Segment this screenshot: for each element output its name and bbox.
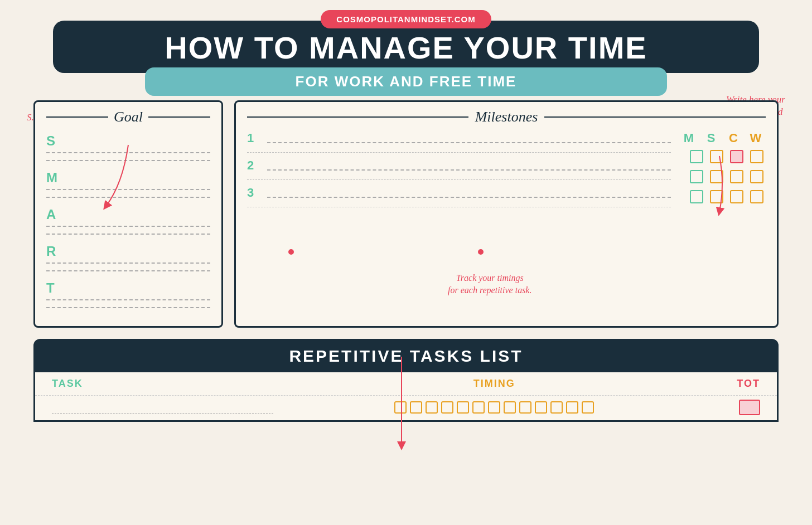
timing-cb-1-6[interactable] [472, 401, 485, 414]
cb-1-c[interactable] [730, 150, 743, 163]
timing-checkboxes-1 [273, 399, 716, 416]
subtitle-text: FOR WORK AND FREE TIME [178, 73, 634, 90]
s-line [46, 152, 210, 153]
cb-3-s[interactable] [710, 190, 723, 203]
classify-checkbox-row-3 [690, 190, 766, 203]
header-section: COSMOPOLITANMINDSET.COM HOW TO MANAGE YO… [22, 0, 790, 96]
t-line [46, 299, 210, 300]
smart-m: M [46, 170, 210, 186]
smart-t-row: T [46, 278, 210, 315]
timing-cb-1-7[interactable] [488, 401, 500, 414]
tasks-table-header: TASK TIMING TOT [35, 372, 777, 395]
tot-cb-1[interactable] [739, 400, 760, 415]
smart-a: A [46, 207, 210, 222]
milestone-line-1 [267, 142, 671, 143]
goal-box: Goal S M A R [33, 100, 223, 328]
m-line [46, 189, 210, 190]
r-line2 [46, 270, 210, 271]
smart-s-row: S [46, 131, 210, 168]
classify-header-s: S [703, 131, 719, 145]
milestone-num-3: 3 [247, 186, 263, 200]
smart-a-row: A [46, 205, 210, 241]
timing-cb-1-12[interactable] [566, 401, 578, 414]
task-row-1 [35, 395, 777, 420]
m-line2 [46, 197, 210, 198]
timing-cb-1-9[interactable] [519, 401, 531, 414]
task-cell-1 [52, 401, 273, 414]
smart-r: R [46, 244, 210, 259]
subtitle-box: FOR WORK AND FREE TIME [145, 67, 667, 96]
milestone-row-2: 2 [247, 158, 671, 173]
timing-cb-1-3[interactable] [426, 401, 438, 414]
t-line2 [46, 307, 210, 308]
main-title-box: HOW TO MANAGE YOUR TIME [53, 21, 759, 73]
ms-line-right [544, 116, 766, 118]
cb-1-m[interactable] [690, 150, 703, 163]
a-line [46, 226, 210, 227]
cb-1-w[interactable] [750, 150, 763, 163]
bottom-section: REPETITIVE TASKS LIST [33, 339, 779, 372]
task-col-timing-header: TIMING [273, 378, 716, 390]
main-title: HOW TO MANAGE YOUR TIME [86, 31, 726, 65]
classify-header-w: W [748, 131, 763, 145]
cb-2-s[interactable] [710, 170, 723, 183]
tasks-table: TASK TIMING TOT [33, 372, 779, 422]
ms-line-left [247, 116, 468, 118]
milestone-row-1: 1 [247, 131, 671, 145]
milestones-list: 1 2 3 [247, 131, 671, 213]
a-line2 [46, 234, 210, 235]
milestone-line-2 [267, 169, 671, 171]
brand-pill: COSMOPOLITANMINDSET.COM [321, 10, 491, 28]
smart-r-row: R [46, 241, 210, 278]
cb-2-c[interactable] [730, 170, 743, 183]
s-line2 [46, 160, 210, 161]
cb-2-m[interactable] [690, 170, 703, 183]
goal-box-title: Goal [46, 109, 210, 125]
timing-cb-1-8[interactable] [504, 401, 516, 414]
task-col-tot-header: TOT [716, 378, 760, 390]
milestone-num-2: 2 [247, 158, 263, 173]
classify-header-row: M S C W [681, 131, 766, 145]
milestone-num-1: 1 [247, 131, 263, 145]
classify-checkbox-row-1 [690, 150, 766, 163]
classify-header-c: C [726, 131, 741, 145]
timing-cb-1-4[interactable] [441, 401, 453, 414]
smart-m-row: M [46, 168, 210, 205]
task-col-task-header: TASK [52, 378, 273, 390]
classify-header-m: M [681, 131, 697, 145]
timing-cb-1-11[interactable] [550, 401, 563, 414]
title-line-right [148, 116, 210, 118]
timing-cb-1-5[interactable] [457, 401, 469, 414]
smart-s: S [46, 133, 210, 149]
milestones-title: Milestones [468, 109, 545, 125]
cb-3-m[interactable] [690, 190, 703, 203]
smart-t: T [46, 280, 210, 296]
classify-columns: M S C W [676, 131, 766, 213]
timing-cb-1-13[interactable] [582, 401, 594, 414]
timing-cb-1-1[interactable] [394, 401, 407, 414]
tot-cell-1 [716, 400, 760, 415]
cb-3-w[interactable] [750, 190, 763, 203]
classify-checkbox-row-2 [690, 170, 766, 183]
bottom-title: REPETITIVE TASKS LIST [33, 347, 779, 366]
cb-2-w[interactable] [750, 170, 763, 183]
cb-3-c[interactable] [730, 190, 743, 203]
milestone-line-3 [267, 197, 671, 198]
page-wrapper: COSMOPOLITANMINDSET.COM HOW TO MANAGE YO… [0, 0, 812, 525]
cb-1-s[interactable] [710, 150, 723, 163]
r-line [46, 262, 210, 264]
timing-cb-1-2[interactable] [410, 401, 422, 414]
milestone-row-3: 3 [247, 186, 671, 200]
milestones-content: 1 2 3 [247, 131, 766, 213]
middle-section: Goal S M A R [22, 100, 790, 328]
track-annotation: Track your timingsfor each repetitive ta… [448, 272, 531, 297]
title-line-left [46, 116, 108, 118]
timing-cb-1-10[interactable] [535, 401, 547, 414]
milestones-box: Milestones 1 2 3 [234, 100, 779, 328]
milestones-header: Milestones [247, 109, 766, 125]
